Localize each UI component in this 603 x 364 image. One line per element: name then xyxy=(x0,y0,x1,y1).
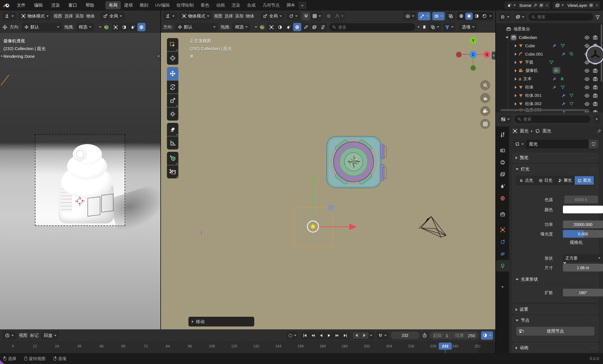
select-mode-material[interactable] xyxy=(120,23,128,31)
menu-add[interactable]: 添加 xyxy=(75,13,84,19)
menu-select[interactable]: 选择 xyxy=(64,13,73,19)
light-corner-handle[interactable] xyxy=(328,205,334,210)
jump-to-start-button[interactable] xyxy=(301,332,309,339)
modifier-wrench-icon[interactable] xyxy=(552,85,557,90)
workspace-tab-sculpting[interactable]: 雕刻 xyxy=(136,1,152,9)
filter-scene[interactable] xyxy=(285,23,293,31)
play-reverse-button[interactable] xyxy=(317,332,325,339)
modifier-wrench-icon[interactable] xyxy=(552,77,557,81)
menu-edit[interactable]: 编辑 xyxy=(34,3,43,8)
power-field[interactable]: 20000.000 xyxy=(563,221,603,228)
workspace-tab-geonodes[interactable]: 几何节点 xyxy=(259,1,283,9)
prev-keyframe-button[interactable] xyxy=(309,332,317,339)
menu-render[interactable]: 渲染 xyxy=(51,3,60,8)
outliner-display-mode[interactable] xyxy=(499,13,511,21)
camera-icon[interactable] xyxy=(593,110,598,112)
chevron-down-icon[interactable] xyxy=(417,26,420,28)
workspace-add-button[interactable]: + xyxy=(299,1,306,9)
options-dropdown[interactable]: 选项 xyxy=(459,23,477,31)
breadcrumb-object[interactable]: 面光 xyxy=(520,128,529,134)
eye-icon[interactable] xyxy=(584,60,590,65)
properties-search-input[interactable] xyxy=(523,115,588,123)
snap-toggle[interactable] xyxy=(302,12,310,20)
properties-options[interactable] xyxy=(593,115,600,123)
current-frame-field[interactable]: 232 xyxy=(391,332,419,339)
filter-dropdown[interactable] xyxy=(443,23,455,31)
tool-measure[interactable] xyxy=(167,136,178,149)
shading-wireframe[interactable] xyxy=(458,13,465,20)
breadcrumb-data[interactable]: 面光 xyxy=(543,128,551,134)
tool-add-cube[interactable] xyxy=(167,152,178,165)
camera-icon[interactable] xyxy=(593,76,598,82)
frame-back-button[interactable] xyxy=(353,332,360,339)
outliner[interactable]: 场景集合 Collection Cube xyxy=(496,11,603,112)
next-keyframe-button[interactable] xyxy=(333,332,341,339)
perspective-button[interactable] xyxy=(480,119,490,129)
shading-material[interactable] xyxy=(473,13,480,20)
copy-icon[interactable] xyxy=(539,3,543,7)
panel-animation[interactable]: 动画········ xyxy=(513,343,598,352)
select-mode-scene[interactable] xyxy=(129,23,137,31)
visibility-dropdown[interactable] xyxy=(404,12,416,20)
eye-icon[interactable] xyxy=(584,101,590,107)
blender-logo-icon[interactable] xyxy=(3,2,10,9)
text-data-icon[interactable]: a xyxy=(561,76,563,82)
copy-icon[interactable] xyxy=(589,3,593,7)
workspace-tab-rendering[interactable]: 渲染 xyxy=(228,1,244,9)
play-button[interactable] xyxy=(325,332,333,339)
tab-output[interactable] xyxy=(496,156,509,168)
camera-icon[interactable] xyxy=(593,68,598,73)
gizmo-axis-ny[interactable] xyxy=(470,65,476,71)
keying-popover[interactable] xyxy=(377,331,388,340)
datablock-name-field[interactable]: 面光 xyxy=(526,140,589,148)
datablock-type-dropdown[interactable] xyxy=(513,140,526,148)
tool-cut[interactable] xyxy=(167,165,178,178)
transform-orientation[interactable]: 全局 xyxy=(100,12,125,20)
show-gizmo-toggle[interactable] xyxy=(418,12,430,20)
start-frame-field[interactable]: 起始1 xyxy=(430,333,452,338)
properties-editor[interactable]: 面光 面光 面光 预览········ 灯光········ 点光 xyxy=(496,113,603,353)
modifier-wrench-icon[interactable] xyxy=(561,52,566,56)
direction-dropdown[interactable]: 默认 xyxy=(175,23,218,31)
workspace-tab-uv[interactable]: UV编辑 xyxy=(152,1,173,9)
workspace-tab-texture[interactable]: 纹理绘制 xyxy=(173,1,197,9)
camera-icon[interactable] xyxy=(593,101,598,107)
light-origin-dot[interactable] xyxy=(311,224,315,229)
camera-wireframe[interactable] xyxy=(419,215,447,241)
filter-brush[interactable] xyxy=(302,23,310,31)
modifier-wrench-icon[interactable] xyxy=(561,102,566,106)
camera-icon[interactable] xyxy=(593,85,598,90)
editor-type-button[interactable] xyxy=(163,12,177,20)
size-field[interactable]: 1.06 m xyxy=(563,264,603,271)
exposure-slider[interactable]: 0.000 xyxy=(563,230,603,238)
outliner-search-input[interactable] xyxy=(537,13,590,21)
tab-constraints[interactable] xyxy=(496,236,509,247)
tab-object[interactable] xyxy=(496,224,509,235)
camera-view-button[interactable] xyxy=(480,106,490,116)
workspace-tab-animation[interactable]: 动画 xyxy=(213,1,228,9)
filter-tool[interactable] xyxy=(319,23,327,31)
panel-preview[interactable]: 预览········ xyxy=(513,153,598,162)
select-mode-object[interactable] xyxy=(112,23,120,31)
chevron-down-icon[interactable] xyxy=(99,26,101,28)
menu-file[interactable]: 文件 xyxy=(17,3,25,8)
light-type-spot[interactable]: 聚光 xyxy=(555,176,575,185)
timeline-menu-marker[interactable]: 标记 xyxy=(30,333,39,338)
mesh-data-icon[interactable] xyxy=(569,101,574,106)
menu-select[interactable]: 选择 xyxy=(224,13,233,19)
modifier-wrench-icon[interactable] xyxy=(552,44,557,48)
light-x-axis[interactable] xyxy=(319,227,350,227)
proportional-toggle[interactable] xyxy=(325,12,333,20)
menu-view[interactable]: 视图 xyxy=(214,13,222,19)
light-type-area[interactable]: 面光 xyxy=(575,176,594,185)
light-y-arrowhead[interactable] xyxy=(311,177,315,181)
playback-menu[interactable]: 回放 xyxy=(41,331,59,340)
timeline-menu-view[interactable]: 视图 xyxy=(19,333,27,338)
properties-editor-type[interactable] xyxy=(499,115,512,123)
outliner-row-cylinder[interactable]: 柱体 xyxy=(496,83,603,91)
material-preview-icon[interactable] xyxy=(104,24,109,30)
panel-nodes[interactable]: 节点········ 使用节点 xyxy=(513,316,598,341)
panel-light[interactable]: 灯光········ 点光 日光 聚光 面光 色温 6500 K 颜色 功率 xyxy=(513,164,598,302)
sidebar-expand-handle[interactable] xyxy=(492,52,495,60)
tool-transform[interactable] xyxy=(167,107,178,121)
